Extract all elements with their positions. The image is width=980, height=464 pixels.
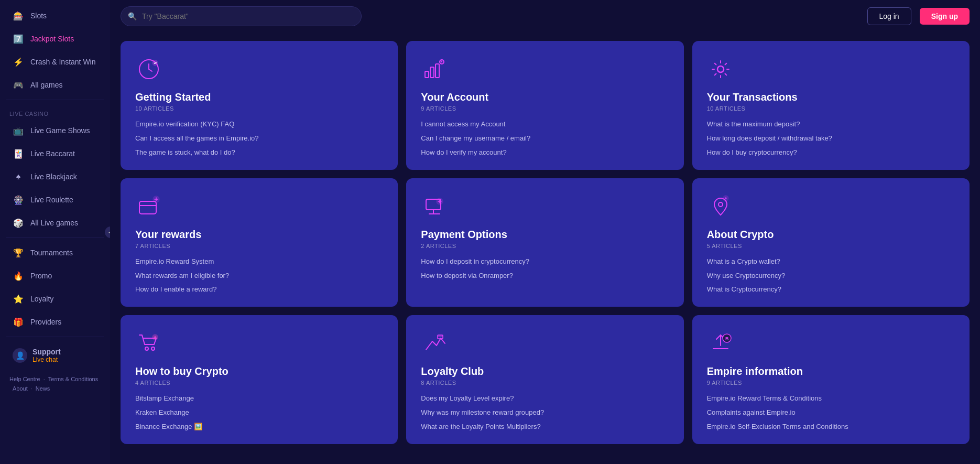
card-link[interactable]: Why was my milestone reward grouped? [421,408,669,417]
svg-point-1 [153,60,158,66]
card-icon-how-to-buy-crypto [135,330,162,357]
footer-news[interactable]: News [36,385,50,392]
card-getting-started[interactable]: Getting Started 10 Articles Empire.io ve… [121,41,398,170]
card-your-rewards[interactable]: Your rewards 7 Articles Empire.io Reward… [121,178,398,307]
sidebar-support[interactable]: 👤 Support Live chat [3,342,107,369]
card-link[interactable]: What is the maximum deposit? [707,120,955,129]
card-links: Empire.io verification (KYC) FAQCan I ac… [135,120,383,157]
card-icon-your-account [421,56,448,83]
card-link[interactable]: Empire.io Self-Exclusion Terms and Condi… [707,423,955,431]
card-title: Your rewards [135,229,383,241]
sidebar-item-label: Live Blackjack [30,172,77,181]
card-link[interactable]: How do I verify my account? [421,148,669,157]
sidebar-item-providers[interactable]: 🎁 Providers [3,311,107,333]
card-your-account[interactable]: Your Account 9 Articles I cannot access … [406,41,683,170]
sidebar-item-label: All Live games [30,219,78,227]
card-link[interactable]: Why use Cryptocurrency? [707,272,955,280]
card-link[interactable]: Empire.io Reward Terms & Conditions [707,394,955,403]
card-articles: 9 Articles [707,380,955,386]
sidebar-item-label: All games [30,81,62,89]
sidebar-item-all-live-games[interactable]: 🎲 All Live games [3,212,107,234]
card-empire-information[interactable]: B Empire information 9 Articles Empire.i… [692,315,970,444]
sidebar-item-label: Loyalty [30,295,53,303]
sidebar-item-loyalty[interactable]: ⭐ Loyalty [3,288,107,310]
card-link[interactable]: Bitstamp Exchange [135,394,383,403]
support-sub: Live chat [32,356,61,363]
sidebar-item-live-blackjack[interactable]: ♠️ Live Blackjack [3,166,107,188]
sidebar-item-live-roulette[interactable]: 🎡 Live Roulette [3,189,107,211]
sidebar-item-live-game-shows[interactable]: 📺 Live Game Shows [3,120,107,142]
cards-grid: Getting Started 10 Articles Empire.io ve… [110,33,980,452]
card-link[interactable]: What are the Loyalty Points Multipliers? [421,423,669,431]
card-links: I cannot access my AccountCan I change m… [421,120,669,157]
card-icon-getting-started [135,56,162,83]
card-link[interactable]: How do I buy cryptocurrency? [707,148,955,157]
card-how-to-buy-crypto[interactable]: How to buy Crypto 4 Articles Bitstamp Ex… [121,315,398,444]
card-link[interactable]: How do I deposit in cryptocurrency? [421,257,669,266]
card-title: Empire information [707,365,955,377]
svg-rect-8 [139,201,156,214]
card-articles: 5 Articles [707,243,955,249]
card-link[interactable]: Empire.io verification (KYC) FAQ [135,120,383,129]
live-game-shows-icon: 📺 [13,125,24,136]
card-articles: 10 Articles [707,105,955,112]
card-links: How do I deposit in cryptocurrency?How t… [421,257,669,280]
sidebar-item-crash-instant-win[interactable]: ⚡ Crash & Instant Win [3,51,107,73]
card-link[interactable]: What is a Crypto wallet? [707,257,955,266]
sidebar-divider-2 [6,238,104,238]
sidebar-item-all-games[interactable]: 🎮 All games [3,74,107,96]
card-icon-about-crypto [707,193,734,220]
card-link[interactable]: Can I access all the games in Empire.io? [135,134,383,143]
header: 🔍 Log in Sign up [110,0,980,33]
sidebar-item-label: Slots [30,12,47,20]
card-link[interactable]: Does my Loyalty Level expire? [421,394,669,403]
card-link[interactable]: Binance Exchange 🖼️ [135,423,383,431]
card-loyalty-club[interactable]: Loyalty Club 8 Articles Does my Loyalty … [406,315,683,444]
live-baccarat-icon: 🃏 [13,148,24,159]
sidebar-item-slots[interactable]: 🎰 Slots [3,5,107,27]
sidebar-collapse-button[interactable]: ◀ [105,226,110,238]
sidebar-item-jackpot-slots[interactable]: 7️⃣ Jackpot Slots [3,28,107,50]
tournaments-icon: 🏆 [13,247,24,258]
svg-point-6 [440,60,444,64]
card-link[interactable]: The game is stuck, what do I do? [135,148,383,157]
card-link[interactable]: Can I change my username / email? [421,134,669,143]
sidebar-footer: Help Centre · Terms & Conditions About ·… [0,371,110,397]
card-link[interactable]: What rewards am I eligible for? [135,272,383,280]
search-icon: 🔍 [128,12,137,20]
card-icon-empire-information: B [707,330,734,357]
card-link[interactable]: Empire.io Reward System [135,257,383,266]
card-title: Loyalty Club [421,365,669,377]
sidebar-item-promo[interactable]: 🔥 Promo [3,265,107,287]
footer-about[interactable]: About [13,385,28,392]
loyalty-icon: ⭐ [13,293,24,305]
card-payment-options[interactable]: Payment Options 2 Articles How do I depo… [406,178,683,307]
svg-rect-3 [430,67,434,78]
card-title: Your Transactions [707,91,955,103]
card-link[interactable]: Kraken Exchange [135,408,383,417]
login-button[interactable]: Log in [867,7,911,25]
card-your-transactions[interactable]: Your Transactions 10 Articles What is th… [692,41,970,170]
card-icon-payment-options [421,193,448,220]
signup-button[interactable]: Sign up [920,8,970,25]
card-link[interactable]: How do I enable a reward? [135,285,383,294]
footer-terms[interactable]: Terms & Conditions [48,376,98,382]
card-link[interactable]: How to deposit via Onramper? [421,272,669,280]
sidebar-item-tournaments[interactable]: 🏆 Tournaments [3,242,107,264]
svg-point-7 [717,66,724,72]
footer-help-centre[interactable]: Help Centre [9,376,40,382]
card-articles: 9 Articles [421,105,669,112]
search-input[interactable] [121,6,362,26]
sidebar-divider [6,100,104,100]
sidebar: ◀ 🎰 Slots 7️⃣ Jackpot Slots ⚡ Crash & In… [0,0,110,464]
card-link[interactable]: Complaints against Empire.io [707,408,955,417]
svg-point-14 [145,347,148,350]
jackpot-slots-icon: 7️⃣ [13,33,24,45]
card-icon-your-rewards [135,193,162,220]
card-about-crypto[interactable]: About Crypto 5 Articles What is a Crypto… [692,178,970,307]
sidebar-item-live-baccarat[interactable]: 🃏 Live Baccarat [3,143,107,165]
card-articles: 2 Articles [421,243,669,249]
card-link[interactable]: I cannot access my Account [421,120,669,129]
card-link[interactable]: How long does deposit / withdrawal take? [707,134,955,143]
card-link[interactable]: What is Cryptocurrency? [707,285,955,294]
